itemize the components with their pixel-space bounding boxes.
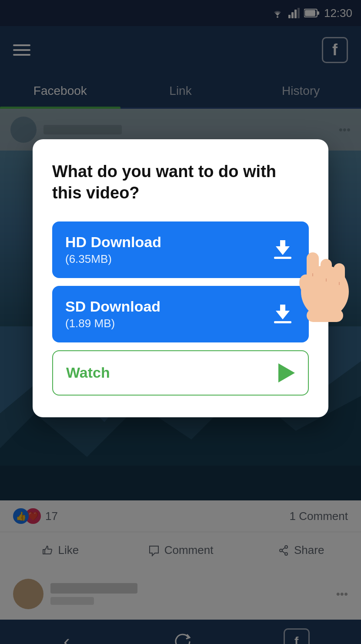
modal-title: What do you want to do with this video? xyxy=(52,161,309,204)
hand-cursor-decoration xyxy=(294,226,361,313)
svg-marker-18 xyxy=(276,240,290,255)
sd-download-icon xyxy=(270,301,296,327)
watch-button-label: Watch xyxy=(66,364,110,381)
sd-download-size: (1.89 MB) xyxy=(65,317,160,330)
svg-marker-20 xyxy=(276,305,290,319)
sd-download-button[interactable]: SD Download (1.89 MB) xyxy=(52,286,309,342)
svg-rect-24 xyxy=(334,263,345,296)
sd-download-text: SD Download (1.89 MB) xyxy=(65,298,160,330)
svg-rect-19 xyxy=(274,321,291,323)
modal-dialog: What do you want to do with this video? … xyxy=(33,139,328,417)
hd-download-button[interactable]: HD Download (6.35MB) xyxy=(52,221,309,278)
svg-rect-23 xyxy=(321,259,332,294)
watch-button[interactable]: Watch xyxy=(52,350,309,396)
modal-overlay: What do you want to do with this video? … xyxy=(0,0,361,644)
svg-rect-17 xyxy=(274,257,291,259)
hd-download-label: HD Download xyxy=(65,234,161,251)
hd-download-text: HD Download (6.35MB) xyxy=(65,234,161,266)
sd-download-label: SD Download xyxy=(65,298,160,315)
svg-rect-29 xyxy=(307,309,343,322)
play-icon xyxy=(278,363,295,382)
hd-download-size: (6.35MB) xyxy=(65,252,161,266)
hd-download-icon xyxy=(270,237,296,263)
